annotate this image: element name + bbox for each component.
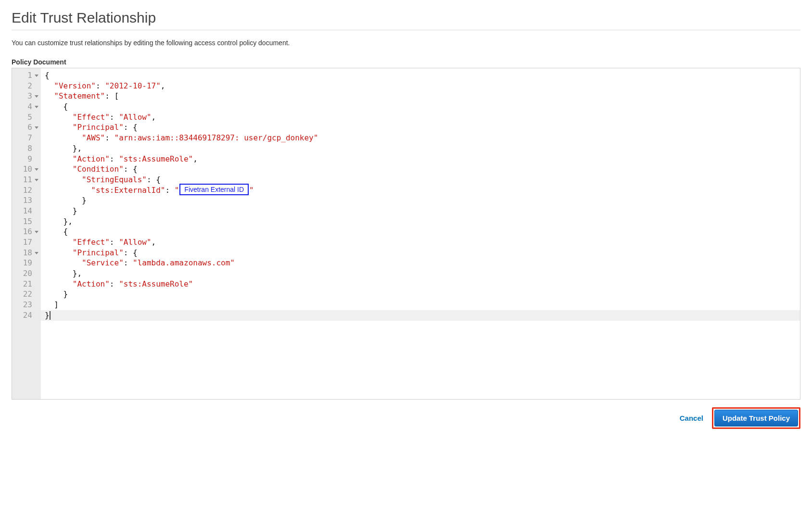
update-button-highlight: Update Trust Policy	[712, 407, 800, 429]
code-line[interactable]: "Statement": [	[45, 91, 796, 101]
code-line[interactable]: "Effect": "Allow",	[45, 112, 796, 123]
code-line[interactable]: ]	[45, 300, 796, 310]
code-line[interactable]: {	[45, 101, 796, 112]
code-line[interactable]: }	[45, 310, 796, 321]
gutter-line: 18	[12, 248, 41, 258]
code-line[interactable]: }	[45, 206, 796, 216]
intro-text: You can customize trust relationships by…	[12, 39, 800, 47]
gutter-line: 21	[12, 279, 41, 289]
gutter-line: 20	[12, 268, 41, 279]
gutter-line: 9	[12, 154, 41, 164]
footer-actions: Cancel Update Trust Policy	[12, 407, 800, 429]
gutter-line: 5	[12, 112, 41, 123]
gutter-line: 15	[12, 216, 41, 227]
gutter-line: 11	[12, 175, 41, 185]
code-line[interactable]: }	[45, 195, 796, 206]
code-line[interactable]: "Version": "2012-10-17",	[45, 81, 796, 91]
gutter-line: 19	[12, 258, 41, 268]
editor-code-area[interactable]: { "Version": "2012-10-17", "Statement": …	[41, 68, 800, 399]
gutter-line: 16	[12, 226, 41, 237]
gutter-line: 13	[12, 195, 41, 206]
code-line[interactable]: "Service": "lambda.amazonaws.com"	[45, 258, 796, 268]
gutter-line: 23	[12, 300, 41, 310]
gutter-line: 10	[12, 164, 41, 175]
code-line[interactable]: "AWS": "arn:aws:iam::834469178297: user/…	[45, 133, 796, 143]
gutter-line: 8	[12, 143, 41, 154]
gutter-line: 4	[12, 101, 41, 112]
update-trust-policy-button[interactable]: Update Trust Policy	[714, 410, 798, 427]
gutter-line: 3	[12, 91, 41, 101]
gutter-line: 17	[12, 237, 41, 248]
gutter-line: 1	[12, 70, 41, 81]
gutter-line: 12	[12, 185, 41, 196]
code-line[interactable]: },	[45, 143, 796, 154]
code-line[interactable]: "Principal": {	[45, 122, 796, 133]
code-line[interactable]: {	[45, 70, 796, 81]
editor-gutter: 123456789101112131415161718192021222324	[12, 68, 41, 399]
external-id-callout: Fivetran External ID	[179, 184, 249, 195]
policy-editor[interactable]: 123456789101112131415161718192021222324 …	[12, 68, 800, 400]
cancel-button[interactable]: Cancel	[677, 410, 706, 426]
code-line[interactable]: "Condition": {	[45, 164, 796, 175]
code-line[interactable]: "Action": "sts:AssumeRole",	[45, 154, 796, 164]
gutter-line: 7	[12, 133, 41, 143]
code-line[interactable]: "Principal": {	[45, 248, 796, 258]
code-line[interactable]: }	[45, 289, 796, 300]
gutter-line: 24	[12, 310, 41, 321]
code-line[interactable]: },	[45, 268, 796, 279]
policy-document-label: Policy Document	[12, 58, 800, 66]
gutter-line: 14	[12, 206, 41, 216]
text-cursor	[50, 311, 51, 320]
code-line[interactable]: "sts:ExternalId": "Fivetran External ID"	[45, 185, 796, 196]
code-line[interactable]: "Action": "sts:AssumeRole"	[45, 279, 796, 289]
code-line[interactable]: {	[45, 226, 796, 237]
code-line[interactable]: },	[45, 216, 796, 227]
code-line[interactable]: "Effect": "Allow",	[45, 237, 796, 248]
gutter-line: 6	[12, 122, 41, 133]
page-title: Edit Trust Relationship	[12, 10, 800, 30]
gutter-line: 22	[12, 289, 41, 300]
gutter-line: 2	[12, 81, 41, 91]
code-line[interactable]: "StringEquals": {	[45, 175, 796, 185]
